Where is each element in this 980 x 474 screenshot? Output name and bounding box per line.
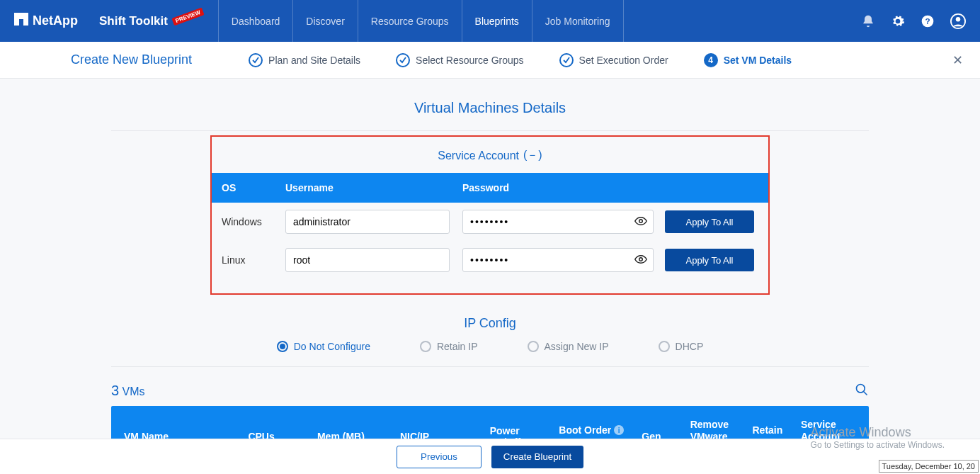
- service-account-table-header: OS Username Password: [212, 173, 768, 203]
- radio-label: Retain IP: [437, 341, 478, 352]
- wizard-title: Create New Blueprint: [71, 52, 192, 67]
- step-label: Plan and Site Details: [268, 55, 360, 66]
- help-icon[interactable]: ?: [921, 14, 935, 28]
- toolkit-title: Shift Toolkit PREVIEW: [99, 14, 204, 28]
- username-input[interactable]: [285, 248, 450, 272]
- radio-assign-new-ip[interactable]: Assign New IP: [528, 341, 609, 352]
- step-number-badge: 4: [704, 53, 718, 67]
- radio-do-not-configure[interactable]: Do Not Configure: [277, 341, 370, 352]
- svg-rect-0: [14, 13, 19, 26]
- col-password: Password: [462, 182, 661, 193]
- brand: NetApp: [14, 13, 78, 29]
- os-label: Linux: [222, 254, 285, 266]
- service-account-header[interactable]: Service Account (－): [212, 137, 768, 173]
- radio-dhcp[interactable]: DHCP: [659, 341, 704, 352]
- radio-label: Assign New IP: [545, 341, 609, 352]
- svg-rect-1: [23, 13, 28, 26]
- netapp-logo-icon: [14, 13, 33, 29]
- password-field-wrap: [462, 210, 654, 234]
- svg-point-6: [956, 17, 960, 21]
- brand-label: NetApp: [33, 13, 78, 28]
- top-navbar: NetApp Shift Toolkit PREVIEW Dashboard D…: [0, 0, 980, 42]
- main-nav: Dashboard Discover Resource Groups Bluep…: [218, 0, 624, 42]
- close-icon[interactable]: ✕: [952, 52, 963, 68]
- radio-icon: [659, 341, 670, 352]
- col-boot-label: Boot Order: [559, 424, 611, 436]
- svg-point-7: [639, 219, 643, 222]
- svg-point-9: [857, 385, 865, 393]
- radio-icon: [528, 341, 539, 352]
- ip-config-section: IP Config Do Not Configure Retain IP Ass…: [111, 316, 869, 367]
- service-account-title: Service Account: [438, 149, 519, 162]
- vms-count: 3 VMs: [111, 383, 145, 399]
- step-execution-order[interactable]: Set Execution Order: [559, 53, 668, 67]
- divider: [111, 366, 869, 367]
- topbar-right: ?: [861, 13, 966, 29]
- radio-icon: [420, 341, 431, 352]
- step-label: Set Execution Order: [579, 55, 668, 66]
- service-account-panel: Service Account (－) OS Username Password…: [210, 135, 770, 295]
- step-label: Select Resource Groups: [416, 55, 524, 66]
- previous-button[interactable]: Previous: [397, 446, 482, 468]
- username-input[interactable]: [285, 210, 450, 234]
- create-blueprint-button[interactable]: Create Blueprint: [491, 446, 583, 468]
- search-icon[interactable]: [855, 383, 869, 399]
- password-field-wrap: [462, 248, 654, 272]
- vms-summary-row: 3 VMs: [111, 383, 869, 399]
- taskbar-date: Tuesday, December 10, 20: [879, 460, 979, 473]
- info-icon[interactable]: i: [614, 425, 624, 435]
- apply-to-all-button[interactable]: Apply To All: [665, 249, 754, 271]
- os-label: Windows: [222, 216, 285, 227]
- svg-rect-2: [19, 13, 23, 19]
- ip-config-options: Do Not Configure Retain IP Assign New IP…: [111, 341, 869, 352]
- col-os: OS: [222, 182, 285, 193]
- vms-count-label: VMs: [122, 385, 145, 397]
- collapse-icon[interactable]: (－): [523, 148, 542, 163]
- radio-label: DHCP: [676, 341, 704, 352]
- content-area: Virtual Machines Details Service Account…: [111, 79, 869, 474]
- svg-point-8: [639, 257, 643, 261]
- step-label: Set VM Details: [724, 55, 792, 66]
- gear-icon[interactable]: [891, 14, 905, 28]
- page-title: Virtual Machines Details: [111, 100, 869, 116]
- eye-icon[interactable]: [634, 215, 647, 230]
- ip-config-title: IP Config: [111, 316, 869, 331]
- wizard-stepbar: Create New Blueprint Plan and Site Detai…: [0, 42, 980, 79]
- check-icon: [249, 53, 263, 67]
- vms-count-number: 3: [111, 383, 119, 398]
- radio-icon: [277, 341, 288, 352]
- step-vm-details[interactable]: 4 Set VM Details: [704, 53, 792, 67]
- nav-job-monitoring[interactable]: Job Monitoring: [532, 0, 624, 42]
- divider: [111, 130, 869, 131]
- radio-label: Do Not Configure: [294, 341, 370, 352]
- apply-to-all-button[interactable]: Apply To All: [665, 210, 754, 233]
- user-icon[interactable]: [950, 13, 966, 29]
- radio-retain-ip[interactable]: Retain IP: [420, 341, 478, 352]
- nav-dashboard[interactable]: Dashboard: [218, 0, 293, 42]
- password-input[interactable]: [469, 254, 634, 266]
- nav-discover[interactable]: Discover: [292, 0, 357, 42]
- toolkit-label: Shift Toolkit: [99, 14, 168, 28]
- col-username: Username: [285, 182, 462, 193]
- check-icon: [396, 53, 410, 67]
- wizard-footer: Previous Create Blueprint: [0, 439, 980, 474]
- password-input[interactable]: [469, 215, 634, 228]
- service-account-row-windows: Windows Apply To All: [212, 203, 768, 241]
- svg-line-10: [864, 392, 867, 395]
- service-account-row-linux: Linux Apply To All: [212, 241, 768, 279]
- step-plan-site[interactable]: Plan and Site Details: [249, 53, 360, 67]
- step-resource-groups[interactable]: Select Resource Groups: [396, 53, 524, 67]
- check-icon: [559, 53, 574, 67]
- svg-text:?: ?: [925, 16, 930, 26]
- preview-badge: PREVIEW: [171, 8, 204, 26]
- nav-blueprints[interactable]: Blueprints: [462, 0, 532, 42]
- bell-icon[interactable]: [861, 14, 875, 28]
- eye-icon[interactable]: [634, 253, 647, 268]
- nav-resource-groups[interactable]: Resource Groups: [358, 0, 462, 42]
